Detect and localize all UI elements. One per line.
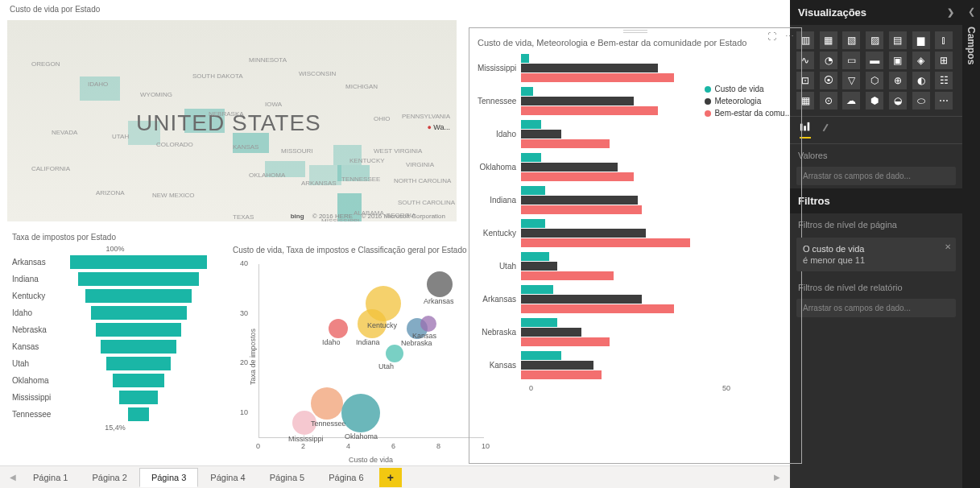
bar-group-row[interactable]: Oklahoma [478,153,793,182]
bar-segment[interactable] [521,97,634,105]
funnel-visual[interactable]: Taxa de impostos por Estado 100% Arkansa… [6,229,224,462]
scatter-bubble[interactable] [427,271,453,297]
viz-type-icon[interactable]: ▬ [866,52,883,69]
legend-item[interactable]: Bem-estar da comu... [705,109,792,118]
viz-type-icon[interactable]: ⬢ [866,92,883,110]
bar-segment[interactable] [521,271,614,280]
viz-type-icon[interactable]: ◒ [889,92,907,110]
bar-segment[interactable] [521,304,674,313]
bar-segment[interactable] [521,120,541,129]
scatter-bubble[interactable] [341,394,380,432]
bar-group-row[interactable]: Nebraska [478,318,793,347]
more-options-icon[interactable]: ⋯ [785,31,796,43]
funnel-bar[interactable] [128,407,149,421]
funnel-bar[interactable] [96,323,180,337]
bar-segment[interactable] [521,139,610,148]
scatter-bubble[interactable] [311,387,343,420]
bar-segment[interactable] [521,351,561,360]
viz-type-icon[interactable]: ⬭ [912,92,930,110]
bar-segment[interactable] [521,54,529,63]
filter-remove-icon[interactable]: ✕ [945,242,951,251]
funnel-row[interactable]: Tennessee [12,407,218,422]
page-tab[interactable]: Página 2 [80,468,139,487]
viz-type-icon[interactable]: ⊙ [820,92,837,110]
scatter-visual[interactable]: Custo de vida, Taxa de impostos e Classi… [227,242,493,464]
viz-type-icon[interactable]: ▆ [912,31,930,49]
funnel-row[interactable]: Oklahoma [12,373,218,388]
viz-type-icon[interactable]: ⫿ [935,31,953,49]
viz-type-icon[interactable]: ▦ [820,31,837,49]
bar-segment[interactable] [521,252,549,261]
funnel-bar[interactable] [85,289,192,303]
funnel-bar[interactable] [78,272,199,286]
page-tab[interactable]: Página 6 [316,468,375,487]
bar-segment[interactable] [521,238,690,247]
funnel-bar[interactable] [119,391,158,404]
viz-type-icon[interactable]: ▤ [889,31,907,49]
bar-segment[interactable] [521,64,658,72]
bar-segment[interactable] [521,318,557,327]
bar-segment[interactable] [521,295,642,304]
bar-group-row[interactable]: Mississippi [478,54,793,83]
bar-segment[interactable] [521,153,541,162]
scatter-bubble[interactable] [329,319,348,338]
bar-group-row[interactable]: Utah [478,252,793,281]
funnel-row[interactable]: Idaho [12,305,218,321]
funnel-bar[interactable] [106,357,171,370]
viz-type-icon[interactable]: ▽ [842,72,860,89]
viz-type-icon[interactable]: ◈ [912,52,930,69]
tab-scroll-left[interactable]: ◀ [5,473,21,482]
bar-segment[interactable] [521,262,557,271]
funnel-bar[interactable] [70,255,207,269]
collapse-chevron-icon[interactable]: ❯ [947,7,954,18]
bar-segment[interactable] [521,219,545,228]
scatter-bubble[interactable] [366,286,401,321]
map-body[interactable]: UNITED STATES OREGON IDAHO WYOMING MINNE… [7,20,457,221]
bar-segment[interactable] [521,172,634,181]
bar-segment[interactable] [521,285,553,294]
viz-type-icon[interactable]: ◐ [912,72,930,89]
bar-segment[interactable] [521,106,658,115]
bar-segment[interactable] [521,328,581,337]
bar-segment[interactable] [521,87,533,96]
funnel-row[interactable]: Kentucky [12,288,218,304]
fields-pane-collapsed[interactable]: ❮ Campos [962,0,980,488]
report-area[interactable]: Custo de vida por Estado UNITED STATES O… [0,0,790,465]
expand-chevron-icon[interactable]: ❮ [968,6,975,17]
funnel-row[interactable]: Indiana [12,271,218,287]
page-tab[interactable]: Página 5 [258,468,316,487]
filter-card[interactable]: O custo de vida é menor que 11 ✕ [796,238,956,271]
visual-grip[interactable] [469,28,801,35]
page-tab[interactable]: Página 4 [198,468,257,487]
funnel-row[interactable]: Utah [12,356,218,371]
viz-type-icon[interactable]: ⬡ [866,72,883,89]
bar-segment[interactable] [521,370,602,379]
page-tab[interactable]: Página 1 [21,468,80,487]
scatter-plot[interactable]: 102030400246810MississippiTennesseeOklah… [258,264,484,438]
report-filters-drop-zone[interactable]: Arrastar os campos de dado... [796,299,956,317]
filters-header[interactable]: Filtros [790,188,962,213]
bar-segment[interactable] [521,186,545,195]
bar-segment[interactable] [521,205,642,214]
viz-type-icon[interactable]: ☁ [842,92,860,110]
bar-group-row[interactable]: Arkansas [478,285,793,314]
viz-type-icon[interactable]: ▣ [889,52,907,69]
viz-type-icon[interactable]: ⊕ [889,72,907,89]
bar-segment[interactable] [521,73,674,82]
bar-group-row[interactable]: Kentucky [478,219,793,248]
bar-segment[interactable] [521,130,561,139]
scatter-bubble[interactable] [386,345,403,362]
funnel-row[interactable]: Nebraska [12,322,218,337]
format-tab-icon[interactable] [821,122,832,139]
legend-item[interactable]: Meteorologia [705,97,792,105]
bar-segment[interactable] [521,196,638,205]
map-visual[interactable]: UNITED STATES OREGON IDAHO WYOMING MINNE… [6,19,457,222]
grouped-bar-visual[interactable]: ⛶ ⋯ Custo de vida, Meteorologia e Bem-es… [469,27,802,464]
bar-group-row[interactable]: Indiana [478,186,793,215]
bar-segment[interactable] [521,229,646,238]
viz-type-icon[interactable]: ◔ [820,52,837,69]
funnel-row[interactable]: Kansas [12,339,218,354]
page-tab[interactable]: Página 3 [139,468,198,487]
funnel-row[interactable]: Mississippi [12,390,218,405]
add-page-button[interactable]: + [379,468,402,487]
